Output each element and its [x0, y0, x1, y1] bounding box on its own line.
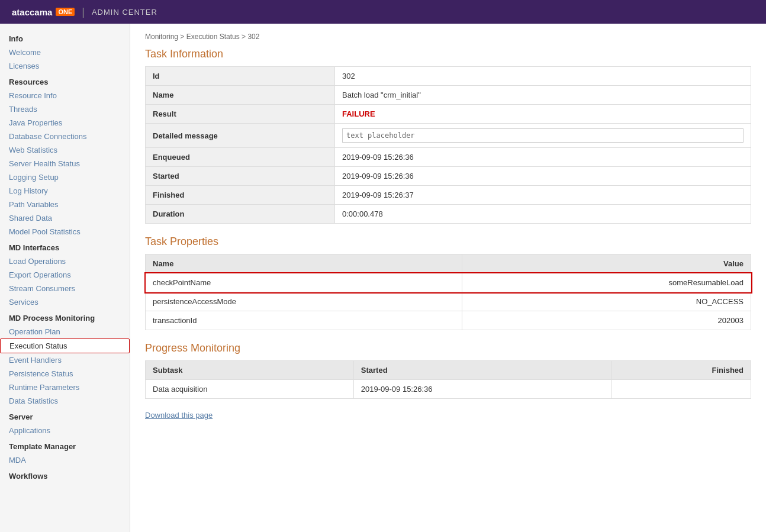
- breadcrumb: Monitoring > Execution Status > 302: [145, 33, 751, 41]
- sidebar-item-event-handlers[interactable]: Event Handlers: [0, 353, 130, 367]
- sidebar-item-licenses[interactable]: Licenses: [0, 59, 130, 73]
- field-label: Result: [146, 105, 335, 124]
- task-information-table: Id302NameBatch load "crm_initial"ResultF…: [145, 66, 751, 224]
- subtask-name: Data acquisition: [146, 380, 354, 399]
- sidebar-item-path-variables[interactable]: Path Variables: [0, 198, 130, 211]
- main-content: Monitoring > Execution Status > 302 Task…: [130, 24, 766, 532]
- table-row: NameBatch load "crm_initial": [146, 86, 751, 105]
- progress-monitoring-table: SubtaskStartedFinishedData acquisition20…: [145, 360, 751, 399]
- table-row: checkPointNamesomeResumableLoad: [146, 273, 751, 292]
- table-row: Id302: [146, 67, 751, 86]
- prop-name: checkPointName: [146, 273, 462, 292]
- field-label: Enqueued: [146, 148, 335, 167]
- sidebar-item-database-connections[interactable]: Database Connections: [0, 130, 130, 143]
- sidebar-section-title: Resources: [0, 73, 130, 89]
- sidebar-section-title: Template Manager: [0, 437, 130, 453]
- sidebar-item-operation-plan[interactable]: Operation Plan: [0, 325, 130, 338]
- field-value: 2019-09-09 15:26:36: [335, 167, 751, 186]
- column-header: Started: [353, 361, 611, 380]
- sidebar-item-persistence-status[interactable]: Persistence Status: [0, 367, 130, 381]
- table-row: transactionId202003: [146, 311, 751, 330]
- sidebar-item-data-statistics[interactable]: Data Statistics: [0, 394, 130, 408]
- field-value: FAILURE: [335, 105, 751, 124]
- field-value: 0:00:00.478: [335, 205, 751, 224]
- sidebar-item-applications[interactable]: Applications: [0, 424, 130, 437]
- column-header: Finished: [612, 361, 751, 380]
- column-header: Name: [146, 254, 462, 273]
- field-value[interactable]: [335, 124, 751, 148]
- sidebar-item-web-statistics[interactable]: Web Statistics: [0, 143, 130, 157]
- task-properties-table: NameValuecheckPointNamesomeResumableLoad…: [145, 254, 751, 330]
- sidebar-section-title: Workflows: [0, 467, 130, 483]
- field-value: 302: [335, 67, 751, 86]
- task-properties-title: Task Properties: [145, 236, 751, 248]
- prop-name: persistenceAccessMode: [146, 292, 462, 311]
- field-label: Id: [146, 67, 335, 86]
- logo-text: ataccama: [12, 7, 52, 17]
- sidebar-item-runtime-parameters[interactable]: Runtime Parameters: [0, 381, 130, 394]
- detail-message-input[interactable]: [342, 128, 744, 143]
- field-label: Name: [146, 86, 335, 105]
- prop-name: transactionId: [146, 311, 462, 330]
- sidebar-item-export-operations[interactable]: Export Operations: [0, 268, 130, 282]
- table-row: ResultFAILURE: [146, 105, 751, 124]
- task-information-title: Task Information: [145, 48, 751, 60]
- table-row: Started2019-09-09 15:26:36: [146, 167, 751, 186]
- table-row: Finished2019-09-09 15:26:37: [146, 186, 751, 205]
- sidebar-item-execution-status[interactable]: Execution Status: [0, 338, 130, 353]
- header-title: ADMIN CENTER: [92, 8, 157, 17]
- sidebar-item-model-pool-statistics[interactable]: Model Pool Statistics: [0, 225, 130, 238]
- sidebar-section-title: MD Interfaces: [0, 238, 130, 254]
- sidebar-section-title: Info: [0, 30, 130, 46]
- field-value: 2019-09-09 15:26:36: [335, 148, 751, 167]
- sidebar-item-log-history[interactable]: Log History: [0, 184, 130, 198]
- sidebar-item-logging-setup[interactable]: Logging Setup: [0, 170, 130, 184]
- header: ataccama ONE | ADMIN CENTER: [0, 0, 766, 24]
- field-label: Finished: [146, 186, 335, 205]
- table-row: Duration0:00:00.478: [146, 205, 751, 224]
- progress-monitoring-title: Progress Monitoring: [145, 342, 751, 354]
- sidebar-item-threads[interactable]: Threads: [0, 102, 130, 116]
- sidebar-item-server-health-status[interactable]: Server Health Status: [0, 157, 130, 170]
- field-value: 2019-09-09 15:26:37: [335, 186, 751, 205]
- table-row: Enqueued2019-09-09 15:26:36: [146, 148, 751, 167]
- sidebar-item-mda[interactable]: MDA: [0, 453, 130, 467]
- sidebar-section-title: Server: [0, 408, 130, 424]
- sidebar-item-welcome[interactable]: Welcome: [0, 46, 130, 59]
- logo-one: ONE: [56, 8, 75, 16]
- sidebar-item-load-operations[interactable]: Load Operations: [0, 254, 130, 268]
- field-label: Duration: [146, 205, 335, 224]
- sidebar-item-services[interactable]: Services: [0, 295, 130, 309]
- sidebar-section-title: MD Process Monitoring: [0, 309, 130, 325]
- field-value: Batch load "crm_initial": [335, 86, 751, 105]
- header-divider: |: [82, 6, 85, 18]
- field-label: Started: [146, 167, 335, 186]
- prop-value: 202003: [462, 311, 751, 330]
- logo: ataccama ONE: [12, 7, 75, 17]
- sidebar-item-resource-info[interactable]: Resource Info: [0, 89, 130, 102]
- prop-value: someResumableLoad: [462, 273, 751, 292]
- table-row: Detailed message: [146, 124, 751, 148]
- sidebar-item-shared-data[interactable]: Shared Data: [0, 211, 130, 225]
- sidebar-item-stream-consumers[interactable]: Stream Consumers: [0, 282, 130, 295]
- download-link[interactable]: Download this page: [145, 411, 213, 420]
- column-header: Subtask: [146, 361, 354, 380]
- column-header: Value: [462, 254, 751, 273]
- sidebar: InfoWelcomeLicensesResourcesResource Inf…: [0, 24, 130, 532]
- field-label: Detailed message: [146, 124, 335, 148]
- table-row: persistenceAccessModeNO_ACCESS: [146, 292, 751, 311]
- subtask-started: 2019-09-09 15:26:36: [353, 380, 611, 399]
- table-row: Data acquisition2019-09-09 15:26:36: [146, 380, 751, 399]
- subtask-finished: [612, 380, 751, 399]
- sidebar-item-java-properties[interactable]: Java Properties: [0, 116, 130, 130]
- prop-value: NO_ACCESS: [462, 292, 751, 311]
